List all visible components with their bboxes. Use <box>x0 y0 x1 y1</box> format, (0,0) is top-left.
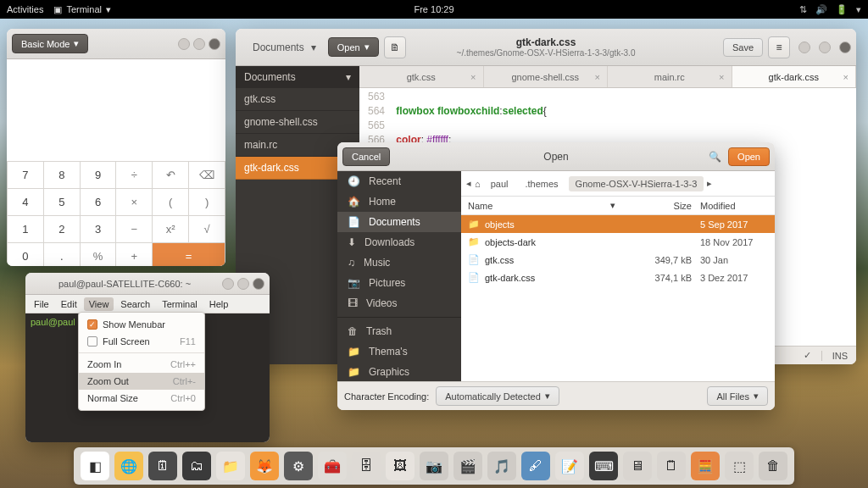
dock-app[interactable]: ⬚ <box>725 452 754 480</box>
encoding-dropdown[interactable]: Automatically Detected ▾ <box>436 386 559 406</box>
path-segment[interactable]: paul <box>484 176 515 191</box>
documents-section-header[interactable]: Documents▾ <box>236 66 359 88</box>
menu-popup-item[interactable]: Zoom InCtrl++ <box>79 356 204 373</box>
close-tab-icon[interactable]: × <box>719 72 724 82</box>
dock-app[interactable]: 🗂 <box>182 452 211 480</box>
hamburger-menu-button[interactable]: ≡ <box>768 36 790 58</box>
focused-app-menu[interactable]: ▣ Terminal ▾ <box>53 4 111 15</box>
calc-display[interactable] <box>7 59 225 161</box>
open-confirm-button[interactable]: Open <box>728 147 770 166</box>
close-button[interactable] <box>839 42 851 53</box>
file-row[interactable]: 📄gtk.css349,7 kB30 Jan <box>461 251 775 269</box>
calc-key[interactable]: ⌫ <box>189 162 225 188</box>
places-item[interactable]: 📁Graphics <box>337 362 461 381</box>
dock-app[interactable]: 🖼 <box>386 452 415 480</box>
places-item[interactable]: 🕘Recent <box>337 171 461 191</box>
close-tab-icon[interactable]: × <box>843 72 849 82</box>
close-button[interactable] <box>253 278 264 290</box>
calc-key[interactable]: ÷ <box>116 162 152 188</box>
calc-key[interactable]: 3 <box>81 216 116 242</box>
calc-key[interactable]: . <box>44 243 80 266</box>
dock-app[interactable]: 📝 <box>555 452 584 480</box>
clock[interactable]: Fre 10:29 <box>414 4 453 14</box>
battery-icon[interactable]: 🔋 <box>836 4 848 15</box>
dock-app[interactable]: 📷 <box>420 452 448 480</box>
dock-app[interactable]: 🗒 <box>657 452 686 480</box>
calc-key[interactable]: ( <box>153 189 188 215</box>
minimize-button[interactable] <box>222 278 234 290</box>
calc-key[interactable]: 9 <box>81 162 116 188</box>
filter-dropdown[interactable]: All Files ▾ <box>707 386 768 406</box>
dock-app[interactable]: 🦊 <box>250 452 279 480</box>
dock-app[interactable]: 🌐 <box>114 452 143 480</box>
editor-tab[interactable]: gtk.css× <box>359 66 484 87</box>
places-item[interactable]: 📄Documents <box>337 212 461 232</box>
path-forward-icon[interactable]: ▸ <box>707 178 712 189</box>
open-button[interactable]: Open ▾ <box>328 37 379 57</box>
file-row[interactable]: 📁objects-dark18 Nov 2017 <box>461 233 775 251</box>
search-icon[interactable]: 🔍 <box>709 151 721 163</box>
path-segment[interactable]: .themes <box>518 176 565 191</box>
dock-app[interactable]: ⚙ <box>284 452 313 480</box>
places-item[interactable]: 🏠Home <box>337 191 461 212</box>
menu-item[interactable]: Help <box>204 297 234 311</box>
sidebar-doc-item[interactable]: gnome-shell.css <box>236 111 359 134</box>
insert-mode-indicator[interactable]: INS <box>832 351 848 361</box>
places-item[interactable]: ♫Music <box>337 252 461 273</box>
menu-item[interactable]: Terminal <box>157 297 203 311</box>
dock-app[interactable]: 🗄 <box>352 452 381 480</box>
home-icon[interactable]: ⌂ <box>475 179 481 189</box>
dock-app[interactable]: ◧ <box>81 452 109 480</box>
calc-key[interactable]: 1 <box>8 216 43 242</box>
calc-key[interactable]: = <box>153 243 225 266</box>
calc-key[interactable]: % <box>81 243 116 266</box>
file-row[interactable]: 📁objects5 Sep 2017 <box>461 215 775 233</box>
calc-key[interactable]: + <box>116 243 152 266</box>
network-icon[interactable]: ⇅ <box>799 4 807 15</box>
terminal-menubar[interactable]: FileEditViewSearchTerminalHelp <box>25 295 270 313</box>
dock-app[interactable]: 🧰 <box>318 452 347 480</box>
dock-app[interactable]: 🖥 <box>623 452 652 480</box>
places-item[interactable]: 📷Pictures <box>337 273 461 293</box>
menu-popup-item[interactable]: Normal SizeCtrl+0 <box>79 390 204 407</box>
editor-tab[interactable]: main.rc× <box>608 66 732 87</box>
system-menu-icon[interactable]: ▾ <box>856 4 861 15</box>
dock-app[interactable]: 🗓 <box>148 452 177 480</box>
places-item[interactable]: ⬇Downloads <box>337 232 461 252</box>
dock-app[interactable]: 🧮 <box>691 452 720 480</box>
close-tab-icon[interactable]: × <box>470 72 476 82</box>
calc-mode-button[interactable]: Basic Mode ▾ <box>12 34 88 53</box>
menu-popup-item[interactable]: Full ScreenF11 <box>79 333 204 350</box>
dock-app[interactable]: 🎵 <box>487 452 516 480</box>
new-tab-button[interactable]: 🗎 <box>384 36 406 58</box>
editor-tab[interactable]: gtk-dark.css× <box>732 66 857 87</box>
path-segment[interactable]: Gnome-OSX-V-HSierra-1-3-3 <box>569 176 704 191</box>
path-back-icon[interactable]: ◂ <box>466 178 471 189</box>
volume-icon[interactable]: 🔊 <box>815 4 827 15</box>
calc-key[interactable]: 7 <box>8 162 43 188</box>
calc-key[interactable]: 4 <box>8 189 43 215</box>
menu-item[interactable]: Search <box>115 297 155 311</box>
calc-key[interactable]: x² <box>153 216 188 242</box>
dock-app[interactable]: ⌨ <box>589 452 618 480</box>
calc-key[interactable]: ↶ <box>153 162 188 188</box>
places-item[interactable]: 📁Thema's <box>337 341 461 362</box>
dock-app[interactable]: 🖋 <box>521 452 550 480</box>
minimize-button[interactable] <box>178 38 190 50</box>
activities-button[interactable]: Activities <box>7 4 43 14</box>
calc-key[interactable]: × <box>116 189 152 215</box>
file-row[interactable]: 📄gtk-dark.css374,1 kB3 Dez 2017 <box>461 269 775 286</box>
close-tab-icon[interactable]: × <box>595 72 600 82</box>
terminal-content[interactable]: paul@paul ✓Show MenubarFull ScreenF11Zoo… <box>25 313 270 442</box>
maximize-button[interactable] <box>237 278 249 290</box>
close-button[interactable] <box>209 38 220 50</box>
file-list[interactable]: 📁objects5 Sep 2017📁objects-dark18 Nov 20… <box>461 215 775 286</box>
places-item[interactable]: 🗑Trash <box>337 321 461 341</box>
dock-app[interactable]: 🗑 <box>759 452 787 480</box>
calc-key[interactable]: √ <box>189 216 225 242</box>
calc-key[interactable]: ) <box>189 189 225 215</box>
editor-tab[interactable]: gnome-shell.css× <box>484 66 609 87</box>
dock-app[interactable]: 🎬 <box>453 452 482 480</box>
calc-key[interactable]: 0 <box>8 243 43 266</box>
menu-item[interactable]: Edit <box>56 297 82 311</box>
